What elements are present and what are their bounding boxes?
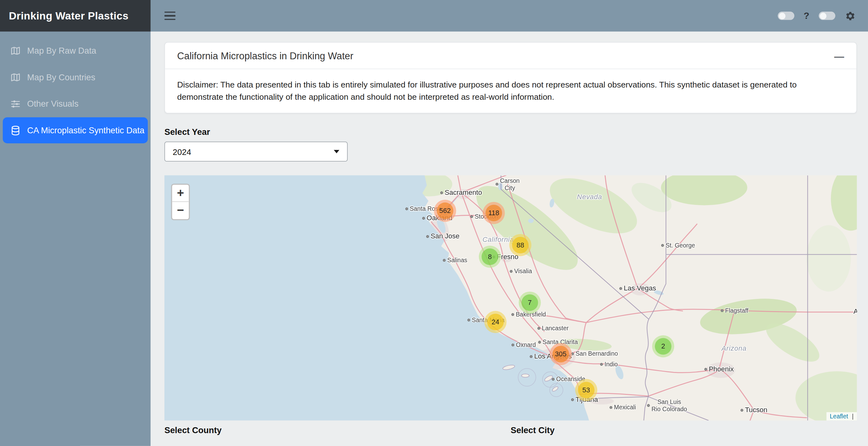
cluster-marker[interactable]: 2 [652, 335, 674, 357]
city-dot [661, 244, 664, 247]
cluster-marker[interactable]: 53 [575, 379, 597, 401]
city-dot [443, 259, 445, 262]
app-title: Drinking Water Plastics [0, 0, 151, 32]
toggle-switch-right[interactable] [819, 11, 835, 20]
cluster-marker[interactable]: 305 [550, 343, 572, 365]
sidebar-item-label: Other Visuals [27, 99, 79, 109]
sidebar-item-other-visuals[interactable]: Other Visuals [0, 91, 151, 117]
collapse-card-button[interactable]: — [834, 51, 844, 61]
leaflet-map[interactable]: Carson CitySacramentoSanta RosaOaklandSt… [164, 175, 857, 420]
map-place-label: Flagstaff [721, 307, 748, 314]
select-year-label: Select Year [164, 127, 857, 137]
city-dot [422, 217, 425, 220]
leaflet-link[interactable]: Leaflet [830, 413, 848, 419]
map-place-label: Carson City [496, 177, 520, 191]
sidebar-item-ca-microplastic-synthetic-data[interactable]: CA Microplastic Synthetic Data [3, 117, 148, 144]
cluster-count: 118 [488, 209, 499, 217]
city-dot [530, 355, 532, 358]
city-dot [705, 368, 707, 371]
cluster-marker[interactable]: 7 [519, 292, 541, 314]
map-place-label: Visalia [509, 268, 532, 275]
city-dot [600, 362, 603, 365]
map-place-label: Salinas [443, 257, 467, 263]
cluster-count: 305 [555, 350, 567, 358]
sidebar-item-map-by-raw-data[interactable]: Map By Raw Data [0, 38, 151, 64]
marker-layer: Carson CitySacramentoSanta RosaOaklandSt… [164, 175, 857, 420]
cluster-marker[interactable]: 88 [509, 234, 532, 256]
map-place-label: Oxnard [512, 341, 536, 348]
year-dropdown[interactable]: 2024 [164, 142, 348, 162]
database-icon [10, 125, 21, 136]
help-button[interactable]: ? [804, 10, 809, 21]
map-place-label: San Bernardino [571, 350, 618, 357]
city-dot [512, 344, 514, 346]
city-dot [440, 191, 443, 194]
map-place-label: A [854, 308, 857, 316]
city-dot [741, 409, 743, 412]
cluster-marker[interactable]: 118 [483, 202, 505, 224]
map-place-label: Indio [600, 361, 618, 367]
city-dot [467, 318, 470, 321]
city-dot [470, 215, 473, 218]
chevron-down-icon [334, 150, 340, 153]
cluster-count: 53 [583, 386, 590, 394]
sidebar: Drinking Water Plastics Map By Raw DataM… [0, 0, 151, 446]
cluster-count: 8 [488, 253, 492, 261]
cluster-marker[interactable]: 562 [434, 200, 456, 222]
gear-icon[interactable] [845, 10, 856, 21]
city-dot [496, 183, 498, 186]
cluster-marker[interactable]: 8 [479, 246, 501, 268]
city-dot [647, 404, 650, 407]
disclaimer-text: Disclaimer: The data presented in this t… [165, 69, 857, 113]
city-dot [538, 341, 541, 344]
topbar: ? [151, 0, 868, 32]
select-city-label: Select City [510, 425, 857, 436]
map-place-label: Tucson [741, 406, 768, 414]
map-place-label: Mexicali [610, 404, 636, 411]
toggle-switch-left[interactable] [778, 11, 794, 20]
map-place-label: Phoenix [705, 365, 734, 373]
map-place-label: San Jose [426, 232, 459, 240]
sidebar-item-label: Map By Countries [27, 72, 95, 83]
cluster-count: 24 [492, 318, 500, 326]
city-dot [610, 406, 612, 409]
sidebar-nav: Map By Raw DataMap By CountriesOther Vis… [0, 32, 151, 144]
map-place-label: Nevada [577, 193, 602, 201]
attribution-divider: | [852, 413, 854, 419]
sliders-icon [10, 98, 21, 109]
cluster-count: 7 [528, 299, 532, 307]
hamburger-menu-icon[interactable] [164, 11, 176, 20]
map-place-label: St. George [661, 242, 695, 248]
map-place-label: Lancaster [537, 325, 569, 331]
map-place-label: Sacramento [440, 189, 482, 197]
map-place-label: California [482, 235, 514, 244]
select-county-label: Select County [164, 425, 510, 436]
sidebar-item-label: Map By Raw Data [27, 46, 96, 56]
city-dot [509, 270, 513, 273]
sidebar-item-label: CA Microplastic Synthetic Data [27, 125, 144, 135]
map-icon [10, 45, 21, 57]
year-dropdown-value: 2024 [173, 147, 191, 156]
map-place-label: Arizona [721, 345, 747, 353]
city-dot [721, 309, 724, 312]
map-place-label: San Luis Rio Colorado [647, 399, 687, 413]
info-card: California Microplastics in Drinking Wat… [164, 42, 857, 114]
cluster-count: 2 [661, 343, 665, 350]
main-content: California Microplastics in Drinking Wat… [151, 32, 868, 446]
zoom-out-button[interactable]: − [172, 202, 189, 219]
map-attribution: Leaflet | [827, 412, 857, 420]
cluster-marker[interactable]: 24 [485, 311, 507, 333]
city-dot [405, 207, 408, 210]
zoom-control: + − [171, 184, 190, 220]
city-dot [552, 378, 555, 380]
city-dot [619, 287, 622, 290]
city-dot [537, 327, 540, 330]
map-icon [10, 72, 21, 83]
zoom-in-button[interactable]: + [172, 185, 189, 202]
cluster-count: 88 [517, 241, 524, 249]
sidebar-item-map-by-countries[interactable]: Map By Countries [0, 64, 151, 91]
city-dot [426, 235, 429, 238]
map-place-label: Las Vegas [619, 284, 656, 292]
city-dot [512, 313, 514, 316]
city-dot [571, 398, 574, 401]
